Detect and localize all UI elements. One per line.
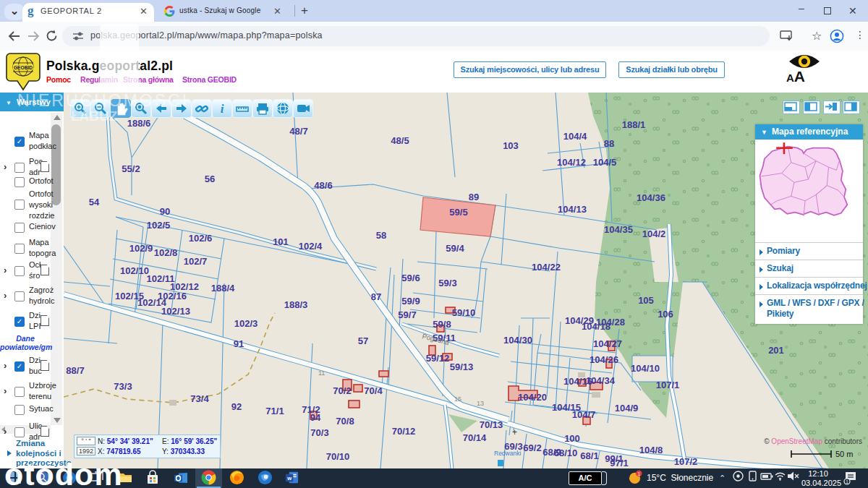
svg-text:92: 92 (231, 401, 242, 412)
svg-text:102/3: 102/3 (234, 318, 258, 329)
svg-text:1: 1 (846, 479, 848, 484)
svg-text:59/3: 59/3 (438, 278, 456, 288)
svg-text:106: 106 (658, 309, 673, 320)
svg-text:105: 105 (638, 295, 654, 306)
svg-text:70/12: 70/12 (392, 426, 416, 437)
svg-text:100: 100 (564, 433, 580, 444)
svg-text:70/2: 70/2 (333, 385, 351, 396)
svg-text:104/9: 104/9 (615, 403, 639, 414)
svg-text:48/7: 48/7 (289, 126, 307, 137)
svg-text:104/13: 104/13 (558, 204, 587, 215)
svg-text:58: 58 (376, 230, 386, 241)
svg-text:59/5: 59/5 (449, 207, 467, 218)
svg-text:188/6: 188/6 (127, 118, 151, 129)
svg-text:104/5: 104/5 (593, 157, 617, 168)
svg-text:w: w (286, 475, 292, 481)
svg-text:11: 11 (318, 369, 325, 377)
svg-text:104/35: 104/35 (604, 224, 633, 235)
svg-text:57: 57 (358, 335, 368, 346)
svg-text:102/6: 102/6 (189, 233, 213, 244)
svg-text:188/1: 188/1 (622, 119, 646, 130)
svg-text:50 m: 50 m (835, 450, 853, 458)
svg-text:107/1: 107/1 (656, 380, 680, 390)
svg-text:GEOBID: GEOBID (14, 65, 33, 70)
svg-text:102/9: 102/9 (129, 243, 153, 254)
svg-text:107/2: 107/2 (674, 456, 698, 467)
svg-text:59/8: 59/8 (433, 319, 451, 330)
svg-text:68/9: 68/9 (542, 447, 561, 458)
svg-text:59/9: 59/9 (401, 296, 420, 307)
svg-text:56: 56 (205, 174, 215, 184)
svg-text:59/10: 59/10 (452, 307, 476, 318)
svg-text:Redwanki: Redwanki (494, 450, 521, 457)
svg-text:70/10: 70/10 (326, 451, 350, 462)
svg-text:1: 1 (637, 471, 640, 476)
svg-text:73/4: 73/4 (190, 393, 209, 404)
svg-text:70/4: 70/4 (364, 385, 383, 396)
svg-text:59/12: 59/12 (426, 353, 450, 364)
svg-text:104/26: 104/26 (590, 354, 618, 365)
svg-text:87: 87 (371, 291, 381, 302)
svg-text:104/2: 104/2 (642, 228, 666, 239)
svg-text:188/4: 188/4 (211, 283, 235, 294)
svg-text:104/36: 104/36 (637, 192, 665, 203)
svg-text:104/10: 104/10 (631, 363, 660, 374)
svg-text:104/4: 104/4 (563, 131, 587, 142)
svg-text:102/10: 102/10 (120, 265, 149, 276)
svg-text:104/30: 104/30 (503, 335, 532, 346)
svg-text:68/1: 68/1 (580, 450, 598, 461)
svg-text:89: 89 (469, 192, 479, 202)
svg-text:104/22: 104/22 (532, 262, 561, 273)
svg-text:88: 88 (604, 138, 614, 149)
svg-text:54: 54 (89, 197, 100, 207)
svg-text:71/1: 71/1 (265, 406, 284, 416)
svg-text:59/6: 59/6 (401, 273, 420, 283)
svg-text:91: 91 (234, 338, 244, 349)
svg-text:188/3: 188/3 (284, 299, 308, 310)
svg-text:70/14: 70/14 (463, 432, 487, 443)
svg-text:59/7: 59/7 (398, 309, 416, 320)
svg-text:101: 101 (273, 236, 289, 247)
svg-text:104/12: 104/12 (557, 157, 586, 168)
svg-text:102/13: 102/13 (161, 306, 190, 317)
svg-text:102/5: 102/5 (147, 220, 171, 231)
svg-text:59/13: 59/13 (450, 361, 474, 372)
svg-text:70/3: 70/3 (310, 427, 328, 438)
svg-text:103: 103 (503, 140, 519, 151)
svg-text:104/27: 104/27 (593, 338, 622, 349)
svg-text:88/7: 88/7 (66, 365, 84, 376)
svg-text:201: 201 (768, 345, 784, 356)
svg-text:13: 13 (477, 400, 484, 407)
svg-text:104/34: 104/34 (586, 375, 616, 386)
svg-text:59/4: 59/4 (446, 243, 464, 254)
svg-text:97/1: 97/1 (610, 458, 628, 468)
svg-text:+: + (512, 427, 517, 437)
svg-text:48/6: 48/6 (314, 180, 332, 191)
svg-text:48/5: 48/5 (391, 135, 409, 146)
svg-text:i: i (221, 102, 224, 116)
svg-text:70/13: 70/13 (480, 419, 503, 430)
svg-text:104/8: 104/8 (639, 445, 663, 455)
svg-text:15: 15 (454, 395, 461, 403)
svg-text:104/7: 104/7 (572, 409, 596, 420)
svg-text:94: 94 (310, 412, 321, 423)
svg-text:102/7: 102/7 (184, 256, 208, 267)
svg-text:69/2: 69/2 (523, 442, 541, 453)
svg-text:102/8: 102/8 (154, 247, 178, 258)
svg-text:70/8: 70/8 (336, 416, 354, 427)
svg-text:104/20: 104/20 (518, 392, 547, 403)
svg-text:90: 90 (160, 206, 170, 217)
svg-text:102/4: 102/4 (299, 241, 323, 252)
svg-text:104/18: 104/18 (582, 321, 610, 332)
svg-text:73/3: 73/3 (114, 381, 132, 392)
svg-text:55/2: 55/2 (122, 163, 140, 174)
